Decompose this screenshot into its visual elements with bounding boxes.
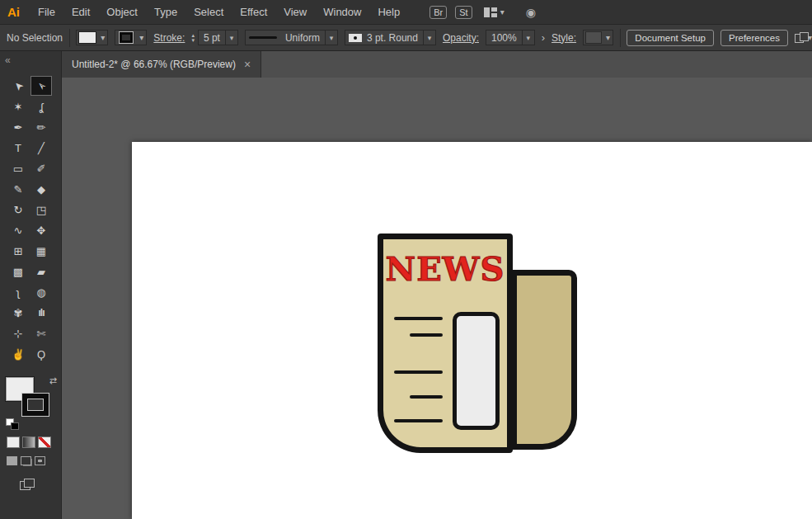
stepper-down-icon[interactable]: ▾: [191, 38, 195, 43]
headline-rule-line[interactable]: [410, 395, 443, 399]
pen-tool[interactable]: ✒: [7, 117, 29, 137]
style-panel-link[interactable]: Style:: [552, 32, 576, 44]
column-graph-tool[interactable]: ılı: [31, 303, 52, 323]
rectangle-tool[interactable]: ▭: [7, 158, 29, 178]
artboard[interactable]: NEWS: [132, 142, 812, 519]
draw-behind-button[interactable]: [21, 456, 31, 465]
menu-window[interactable]: Window: [315, 6, 369, 18]
color-fill-button[interactable]: [7, 436, 20, 448]
direct-selection-tool[interactable]: ➣: [31, 76, 52, 96]
sync-icon[interactable]: ◉: [526, 6, 536, 19]
app-logo: Ai: [7, 5, 20, 19]
canvas-area[interactable]: NEWS: [62, 78, 812, 519]
menu-type[interactable]: Type: [146, 6, 185, 18]
graphic-style-chip: [586, 32, 601, 43]
newspaper-back-page-shape[interactable]: [511, 270, 577, 450]
artboard-tool[interactable]: ⊹: [7, 323, 29, 343]
workspace-switcher-icon[interactable]: [484, 7, 497, 17]
news-headline-text[interactable]: NEWS: [383, 249, 507, 288]
blend-tool[interactable]: ◍: [31, 282, 52, 302]
document-tab-title: Untitled-2* @ 66.67% (RGB/Preview): [72, 59, 236, 70]
opacity-panel-link[interactable]: Opacity:: [443, 32, 479, 44]
swap-fill-stroke-icon[interactable]: ⇄: [49, 375, 57, 386]
chevron-down-icon[interactable]: ▾: [225, 31, 237, 45]
selection-tool[interactable]: ➤: [7, 76, 29, 96]
paintbrush-tool[interactable]: ✐: [31, 158, 52, 178]
newspaper-photo-placeholder[interactable]: [453, 312, 500, 430]
brush-value: 3 pt. Round: [362, 32, 423, 44]
brush-preview-icon: [349, 34, 362, 42]
pencil-tool[interactable]: ✎: [7, 179, 29, 199]
gradient-fill-button[interactable]: [22, 436, 35, 448]
default-fill-stroke-icon[interactable]: [6, 418, 19, 430]
draw-normal-button[interactable]: [7, 456, 17, 465]
menu-file[interactable]: File: [30, 6, 63, 18]
chevron-down-icon[interactable]: ▾: [500, 7, 505, 17]
menu-effect[interactable]: Effect: [232, 6, 275, 18]
none-fill-button[interactable]: [38, 436, 51, 448]
illustrator-window: Ai File Edit Object Type Select Effect V…: [0, 0, 812, 519]
eraser-tool[interactable]: ◆: [31, 179, 52, 199]
draw-inside-button[interactable]: [35, 456, 45, 465]
width-tool[interactable]: ∿: [7, 220, 29, 240]
stroke-color-swatch[interactable]: [22, 394, 49, 416]
opacity-field[interactable]: 100% ▾: [486, 30, 535, 45]
fill-stroke-controls: ⇄: [6, 375, 57, 423]
headline-rule-line[interactable]: [394, 317, 443, 320]
stroke-color-dropdown[interactable]: ▾: [115, 30, 147, 45]
rotate-tool[interactable]: ↻: [7, 200, 29, 219]
chevron-down-icon[interactable]: ▾: [522, 31, 534, 45]
document-tab-bar: Untitled-2* @ 66.67% (RGB/Preview) ×: [62, 51, 812, 78]
free-transform-tool[interactable]: ✥: [31, 220, 52, 240]
mesh-tool[interactable]: ▩: [7, 262, 29, 281]
brush-dropdown[interactable]: 3 pt. Round ▾: [345, 30, 436, 45]
stroke-weight-value: 5 pt: [199, 32, 225, 44]
shape-builder-tool[interactable]: ⊞: [7, 241, 29, 261]
stock-button[interactable]: St: [455, 6, 472, 19]
bridge-button[interactable]: Br: [429, 6, 447, 19]
stroke-weight-stepper[interactable]: ▴ ▾: [191, 33, 195, 43]
magic-wand-tool[interactable]: ✶: [7, 97, 29, 116]
stroke-panel-link[interactable]: Stroke:: [153, 32, 185, 44]
chevron-down-icon[interactable]: ▾: [423, 31, 435, 45]
line-segment-tool[interactable]: ╱: [31, 138, 52, 158]
headline-rule-line[interactable]: [394, 370, 443, 374]
chevron-down-icon[interactable]: ▾: [325, 31, 337, 45]
scale-tool[interactable]: ◳: [31, 200, 52, 219]
fill-color-chip: [79, 32, 96, 43]
graphic-style-dropdown[interactable]: ▾: [583, 30, 613, 45]
menu-help[interactable]: Help: [369, 6, 408, 18]
perspective-grid-tool[interactable]: ▦: [31, 241, 52, 261]
opacity-value: 100%: [486, 32, 522, 44]
width-profile-dropdown[interactable]: Uniform ▾: [245, 30, 338, 45]
headline-rule-line[interactable]: [394, 419, 443, 422]
menu-edit[interactable]: Edit: [63, 6, 98, 18]
menu-select[interactable]: Select: [185, 6, 232, 18]
collapse-panel-icon[interactable]: «: [5, 54, 11, 66]
headline-rule-line[interactable]: [410, 333, 443, 337]
arrange-documents-icon[interactable]: [795, 32, 798, 43]
lasso-tool[interactable]: ʆ: [31, 97, 52, 116]
menu-object[interactable]: Object: [98, 6, 146, 18]
stroke-weight-field[interactable]: 5 pt ▾: [198, 30, 238, 45]
document-setup-button[interactable]: Document Setup: [627, 30, 714, 46]
hand-tool[interactable]: ✌: [7, 344, 29, 364]
screen-mode-button[interactable]: [20, 479, 35, 489]
tools-panel: « ➤ ➣ ✶ ʆ ✒ ✏ T ╱ ▭ ✐ ✎ ◆ ↻ ◳ ∿ ✥ ⊞ ▦ ▩ …: [0, 51, 62, 519]
stroke-profile-icon: [249, 36, 277, 39]
chevron-down-icon: ▾: [101, 33, 105, 42]
slice-tool[interactable]: ✄: [31, 323, 52, 343]
curvature-tool[interactable]: ✏: [31, 117, 52, 137]
preferences-button[interactable]: Preferences: [720, 30, 788, 46]
eyedropper-tool[interactable]: ʅ: [7, 282, 29, 302]
fill-color-dropdown[interactable]: ▾: [76, 30, 108, 45]
newspaper-front-page-shape[interactable]: NEWS: [378, 234, 513, 453]
type-tool[interactable]: T: [7, 138, 29, 158]
gradient-tool[interactable]: ▰: [31, 262, 52, 281]
close-tab-icon[interactable]: ×: [244, 58, 251, 71]
symbol-sprayer-tool[interactable]: ✾: [7, 303, 29, 323]
document-tab[interactable]: Untitled-2* @ 66.67% (RGB/Preview) ×: [62, 51, 261, 78]
zoom-tool[interactable]: Ϙ: [31, 344, 52, 364]
chevron-right-icon[interactable]: ›: [542, 31, 545, 44]
menu-view[interactable]: View: [275, 6, 315, 18]
